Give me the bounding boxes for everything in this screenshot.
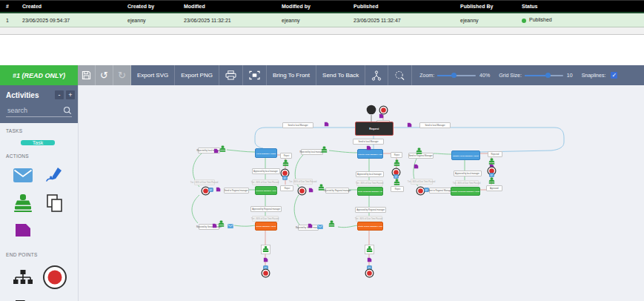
undo-button[interactable]: ↺: [96, 65, 113, 85]
table-row[interactable]: 1 23/06/2025 09:54:37 ejeanny 23/06/2025…: [0, 13, 644, 27]
print-button[interactable]: [219, 65, 243, 85]
fit-screen-button[interactable]: [243, 65, 267, 85]
col-status: Status: [516, 1, 644, 13]
end-event-icon[interactable]: [42, 265, 67, 290]
export-svg-button[interactable]: Export SVG: [131, 65, 175, 85]
sla-edge-label: Tier - 80% of Due Time Passed: [356, 216, 382, 222]
search-input[interactable]: [6, 106, 63, 115]
snaplines-checkbox[interactable]: ✓: [611, 72, 617, 79]
auto-layout-button[interactable]: [365, 65, 388, 85]
hierarchy-icon[interactable]: [13, 269, 33, 286]
col-published: Published: [348, 1, 454, 13]
workflow-node-update-regional-manager-agent[interactable]: Update Regional Manager Agent: [451, 187, 480, 196]
edge-label: Approved by Regional manager: [250, 206, 282, 212]
activities-sidebar: Activities - + TASKS Task ACTIONS END PO…: [0, 85, 79, 301]
sla-edge-label: Tier - 80% of Due Time Passed: [252, 179, 279, 185]
label-icon[interactable]: [14, 222, 32, 238]
workflow-canvas[interactable]: Send to local ManagerSend to local Manag…: [79, 85, 644, 301]
col-created-by: Created by: [122, 1, 178, 13]
search-icon: [63, 106, 72, 115]
col-published-by: Published By: [454, 1, 516, 13]
version-readonly-button[interactable]: #1 (READ ONLY): [0, 65, 78, 85]
approval-stamp-icon: [218, 220, 225, 228]
grid-size-label: Grid Size:: [499, 73, 522, 78]
edge-label: Approved by local manager: [454, 171, 482, 176]
status-badge: Published: [516, 13, 644, 27]
zoom-value: 40%: [479, 73, 490, 78]
mail-action-icon: [317, 225, 323, 229]
approval-stamp-icon: [318, 184, 325, 191]
versions-table: # Created Created by Modified Modified b…: [0, 1, 644, 35]
workflow-node-local-manager-admin[interactable]: Local Manager Admin: [255, 148, 277, 158]
stamp-task-node[interactable]: [365, 245, 374, 254]
edge-label: Rejected: [488, 151, 502, 157]
redo-button[interactable]: ↻: [113, 65, 131, 85]
save-icon: [82, 70, 91, 80]
cell-created: 23/06/2025 09:54:37: [16, 13, 122, 27]
signature-icon[interactable]: [45, 166, 64, 184]
bring-to-front-button[interactable]: Bring To Front: [267, 65, 316, 85]
sla-edge-label: Tier - 80% of Due Time Passed: [455, 180, 479, 186]
stamp-task-node[interactable]: [261, 245, 270, 254]
tasks-section-label: TASKS: [0, 123, 78, 135]
end-event-node[interactable]: [261, 268, 270, 278]
cell-published-by: ejeanny: [454, 13, 516, 27]
zoom-label: Zoom:: [419, 73, 434, 78]
label-tag-icon: [414, 164, 419, 169]
snaplines-label: Snaplines:: [582, 73, 606, 78]
edge-label: Send to local Manager: [282, 122, 313, 128]
grid-size-slider-thumb[interactable]: [545, 73, 551, 78]
marquee-zoom-button[interactable]: [388, 65, 412, 85]
label-tag-icon: [407, 122, 412, 128]
branch-layout-icon: [371, 70, 382, 81]
notify-chip-icon: [282, 176, 288, 180]
stamp-icon[interactable]: [13, 194, 33, 213]
zoom-slider-thumb[interactable]: [451, 73, 457, 78]
notify-chip-icon: [424, 188, 429, 192]
start-event-node[interactable]: [366, 105, 376, 115]
edge-label: Approved by local manager: [252, 168, 280, 174]
cell-created-by: ejeanny: [122, 13, 178, 27]
save-button[interactable]: [78, 65, 96, 85]
export-png-button[interactable]: Export PNG: [175, 65, 219, 85]
workflow-node-request[interactable]: Request: [355, 122, 394, 136]
expand-all-button[interactable]: +: [66, 90, 75, 99]
notify-chip-icon: [208, 188, 213, 192]
col-modified: Modified: [178, 1, 276, 13]
zoom-slider[interactable]: [437, 75, 476, 76]
copy-icon[interactable]: [45, 194, 64, 213]
cell-num: 1: [0, 13, 16, 27]
cell-modified-by: ejeanny: [276, 13, 348, 27]
table-header-row: # Created Created by Modified Modified b…: [0, 1, 644, 13]
collapse-all-button[interactable]: -: [55, 90, 64, 99]
edge-label: Rejected by local manager: [301, 149, 323, 155]
workflow-node-regional-manager-agent[interactable]: Regional Manager Agent: [255, 186, 277, 195]
edge-label: Approved by Regional manager: [355, 207, 386, 213]
end-event-node[interactable]: [297, 186, 307, 196]
redo-icon: ↻: [118, 70, 126, 81]
label-tag-icon: [324, 122, 329, 127]
approval-stamp-icon: [219, 145, 226, 153]
undo-icon: ↺: [100, 70, 108, 81]
grid-size-slider[interactable]: [525, 75, 563, 76]
mail-icon[interactable]: [13, 168, 33, 182]
workflow-node-activity-regional-manager-agent[interactable]: Activity Regional Manager Agent: [357, 187, 383, 196]
approval-stamp-icon: [282, 159, 289, 167]
approval-stamp-icon: [328, 220, 335, 228]
send-to-back-button[interactable]: Send To Back: [316, 65, 365, 85]
workflow-node-activity-senior-manager-agent[interactable]: Activity Senior Manager Agent: [357, 222, 383, 231]
sla-edge-label: Tier - 80% of Due Time Passed: [252, 216, 279, 222]
label-tag-icon: [366, 145, 371, 150]
approval-stamp-icon: [394, 159, 400, 167]
end-event-node[interactable]: [365, 268, 374, 278]
edge-label: Approved: [486, 185, 502, 191]
actions-palette: [0, 160, 78, 247]
workflow-node-update-local-manager-agent[interactable]: Update Local Manager Agent: [451, 150, 480, 160]
label-tag-icon: [308, 188, 313, 193]
task-palette-item[interactable]: Task: [21, 140, 55, 145]
edge-label: Reject: [391, 152, 402, 158]
approval-stamp-icon: [488, 177, 495, 185]
marquee-zoom-icon: [394, 70, 405, 81]
workflow-node-senior-manager-agent[interactable]: Senior Manager Agent: [255, 222, 277, 231]
col-modified-by: Modified by: [276, 1, 348, 13]
